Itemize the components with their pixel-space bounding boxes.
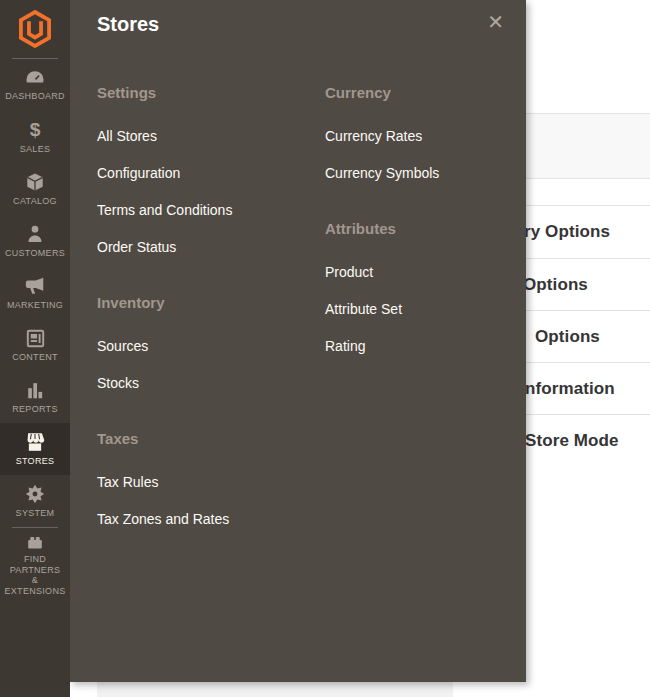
sidebar-item-reports[interactable]: REPORTS [0,371,70,423]
menu-link-stocks[interactable]: Stocks [97,375,312,391]
menu-link-configuration[interactable]: Configuration [97,165,312,181]
flyout-column-2: Currency Currency Rates Currency Symbols… [325,84,540,393]
menu-section-attributes: Attributes Product Attribute Set Rating [325,220,540,354]
sidebar-item-sales[interactable]: $ SALES [0,111,70,163]
page-bottom-panel [97,682,453,697]
config-section-row[interactable]: ry Options [521,205,650,258]
sidebar-divider [12,527,58,528]
dashboard-icon [24,68,46,88]
flyout-title: Stores [97,13,159,36]
menu-link-sources[interactable]: Sources [97,338,312,354]
sidebar-item-dashboard[interactable]: DASHBOARD [0,59,70,111]
sidebar-item-label: CONTENT [12,352,58,363]
flyout-column-1: Settings All Stores Configuration Terms … [97,84,312,566]
menu-link-product[interactable]: Product [325,264,540,280]
menu-section-taxes: Taxes Tax Rules Tax Zones and Rates [97,430,312,527]
system-icon [24,483,46,505]
menu-link-currency-symbols[interactable]: Currency Symbols [325,165,540,181]
menu-section-header: Attributes [325,220,540,238]
catalog-icon [24,171,46,193]
stores-icon [23,431,47,453]
sales-icon: $ [24,120,46,141]
menu-link-all-stores[interactable]: All Stores [97,128,312,144]
magento-logo[interactable] [0,0,70,58]
customers-icon [25,223,45,245]
sidebar-item-label: FIND PARTNERS& EXTENSIONS [0,554,70,596]
content-icon [25,328,46,349]
close-icon[interactable]: ✕ [487,8,504,36]
menu-link-terms-and-conditions[interactable]: Terms and Conditions [97,202,312,218]
extensions-icon [24,534,46,551]
config-section-row[interactable]: nformation [521,362,650,414]
reports-icon [24,380,46,401]
sidebar-item-system[interactable]: SYSTEM [0,475,70,527]
sidebar-item-label: CUSTOMERS [5,248,65,259]
magento-logo-icon [18,10,52,48]
config-section-row[interactable]: Store Mode [521,414,650,466]
sidebar-item-stores[interactable]: STORES [0,423,70,475]
menu-link-order-status[interactable]: Order Status [97,239,312,255]
sidebar-item-label: SALES [20,144,51,155]
admin-sidebar: DASHBOARD $ SALES CATALOG CUSTOMERS [0,0,70,697]
menu-link-attribute-set[interactable]: Attribute Set [325,301,540,317]
menu-link-rating[interactable]: Rating [325,338,540,354]
menu-link-tax-zones-and-rates[interactable]: Tax Zones and Rates [97,511,312,527]
sidebar-item-catalog[interactable]: CATALOG [0,163,70,215]
menu-section-inventory: Inventory Sources Stocks [97,294,312,391]
menu-section-header: Taxes [97,430,312,448]
menu-link-currency-rates[interactable]: Currency Rates [325,128,540,144]
sidebar-item-customers[interactable]: CUSTOMERS [0,215,70,267]
stores-flyout-menu: Stores ✕ Settings All Stores Configurati… [70,0,526,682]
svg-text:$: $ [30,120,41,140]
sidebar-item-label: CATALOG [13,196,57,207]
config-section-label: Options [535,327,600,347]
menu-section-header: Inventory [97,294,312,312]
sidebar-item-label: SYSTEM [16,508,55,519]
marketing-icon [24,276,46,297]
sidebar-item-marketing[interactable]: MARKETING [0,267,70,319]
menu-section-header: Currency [325,84,540,102]
sidebar-item-label: MARKETING [7,300,63,311]
sidebar-item-label: REPORTS [12,404,57,415]
sidebar-item-content[interactable]: CONTENT [0,319,70,371]
config-section-label: Store Mode [525,431,619,451]
menu-section-currency: Currency Currency Rates Currency Symbols [325,84,540,181]
config-section-row[interactable]: Options [521,310,650,362]
config-section-row[interactable]: Options [521,258,650,310]
sidebar-item-label: STORES [16,456,55,467]
sidebar-item-label: DASHBOARD [5,91,65,102]
config-section-list: ry Options Options Options nformation St… [521,205,650,466]
magento-admin-screen: ry Options Options Options nformation St… [0,0,650,697]
menu-section-settings: Settings All Stores Configuration Terms … [97,84,312,255]
menu-section-header: Settings [97,84,312,102]
sidebar-item-find-partners[interactable]: FIND PARTNERS& EXTENSIONS [0,534,70,596]
menu-link-tax-rules[interactable]: Tax Rules [97,474,312,490]
